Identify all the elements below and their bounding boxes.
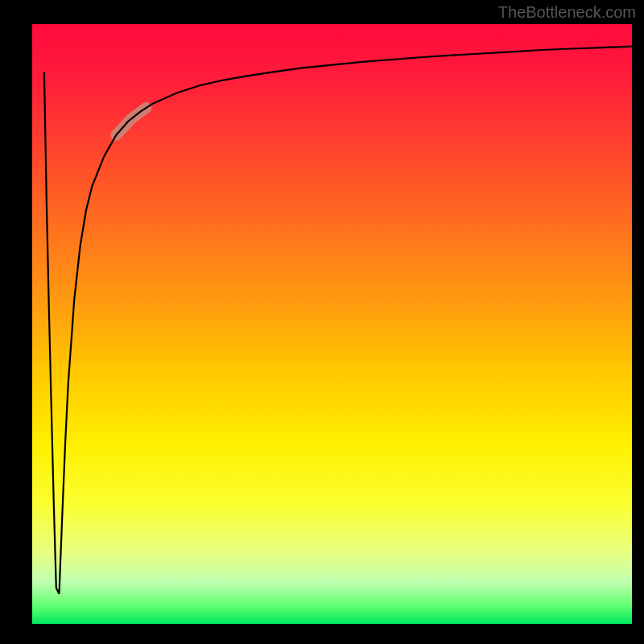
chart-gradient-background: [32, 24, 632, 624]
watermark-text: TheBottleneck.com: [498, 3, 636, 22]
